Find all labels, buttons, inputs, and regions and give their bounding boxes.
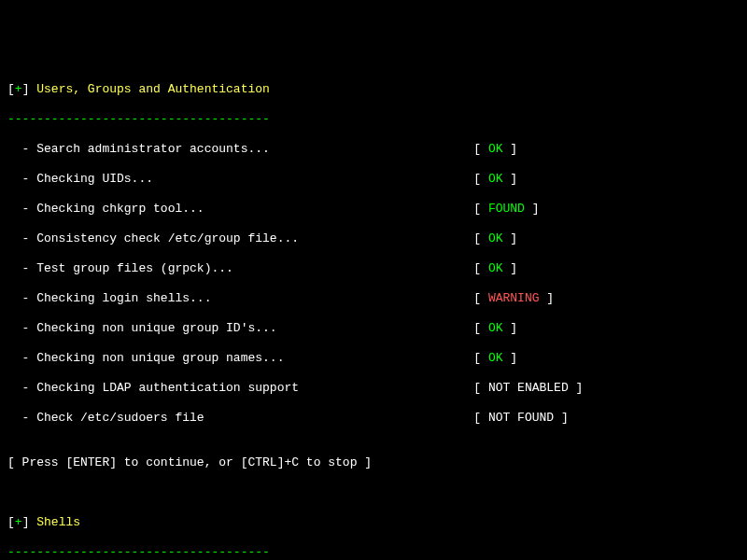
status-bracket-open: [ xyxy=(473,172,488,186)
section-bracket-close: ] xyxy=(22,515,37,529)
check-label: - Checking chkgrp tool... xyxy=(7,202,473,216)
status-value: NOT FOUND xyxy=(488,411,554,425)
divider-dashes: ------------------------------------ xyxy=(7,545,270,559)
section-title: Users, Groups and Authentication xyxy=(36,82,270,96)
status-bracket-open: [ xyxy=(473,351,488,365)
check-item: - Consistency check /etc/group file... [… xyxy=(7,231,740,246)
section-divider: ------------------------------------ xyxy=(7,545,740,560)
check-item: - Checking chkgrp tool... [ FOUND ] xyxy=(7,202,740,217)
section-divider: ------------------------------------ xyxy=(7,112,740,127)
section-plus-icon: + xyxy=(15,515,22,529)
check-label: - Checking UIDs... xyxy=(7,172,473,186)
status-bracket-close: ] xyxy=(540,291,555,305)
section-bracket-open: [ xyxy=(7,82,15,96)
status-value: NOT ENABLED xyxy=(488,381,569,395)
status-value: OK xyxy=(488,142,503,156)
check-label: - Checking login shells... xyxy=(7,291,473,305)
status-bracket-close: ] xyxy=(554,411,569,425)
status-bracket-close: ] xyxy=(503,231,518,245)
check-item: - Checking non unique group ID's... [ OK… xyxy=(7,321,740,336)
status-bracket-close: ] xyxy=(503,351,518,365)
divider-dashes: ------------------------------------ xyxy=(7,112,270,126)
status-value: OK xyxy=(488,351,503,365)
status-bracket-open: [ xyxy=(473,321,488,335)
status-value: OK xyxy=(488,261,503,275)
section-title: Shells xyxy=(36,515,80,529)
check-item: - Checking UIDs... [ OK ] xyxy=(7,172,740,187)
status-value: OK xyxy=(488,321,503,335)
status-bracket-open: [ xyxy=(473,202,488,216)
status-bracket-open: [ xyxy=(473,231,488,245)
check-item: - Check /etc/sudoers file [ NOT FOUND ] xyxy=(7,411,740,426)
continue-prompt[interactable]: [ Press [ENTER] to continue, or [CTRL]+C… xyxy=(7,455,740,470)
section-header: [+] Shells xyxy=(7,515,740,530)
status-bracket-open: [ xyxy=(473,381,488,395)
section-bracket-open: [ xyxy=(7,515,15,529)
check-label: - Checking LDAP authentication support xyxy=(7,381,473,395)
status-bracket-close: ] xyxy=(569,381,584,395)
check-item: - Test group files (grpck)... [ OK ] xyxy=(7,261,740,276)
check-label: - Checking non unique group ID's... xyxy=(7,321,473,335)
status-bracket-close: ] xyxy=(503,261,518,275)
check-label: - Consistency check /etc/group file... xyxy=(7,231,473,245)
terminal-output: [+] Users, Groups and Authentication ---… xyxy=(0,45,747,560)
check-label: - Check /etc/sudoers file xyxy=(7,411,473,425)
check-item: - Search administrator accounts... [ OK … xyxy=(7,142,740,157)
check-label: - Test group files (grpck)... xyxy=(7,261,473,275)
check-label: - Search administrator accounts... xyxy=(7,142,473,156)
check-item: - Checking login shells... [ WARNING ] xyxy=(7,291,740,306)
status-value: OK xyxy=(488,172,503,186)
section-plus-icon: + xyxy=(15,82,22,96)
check-item: - Checking LDAP authentication support [… xyxy=(7,381,740,396)
status-bracket-close: ] xyxy=(503,321,518,335)
status-bracket-close: ] xyxy=(503,172,518,186)
status-value: FOUND xyxy=(488,202,525,216)
status-value: WARNING xyxy=(488,291,540,305)
check-label: - Checking non unique group names... xyxy=(7,351,473,365)
status-value: OK xyxy=(488,231,503,245)
section-header: [+] Users, Groups and Authentication xyxy=(7,82,740,97)
status-bracket-open: [ xyxy=(473,142,488,156)
status-bracket-open: [ xyxy=(473,411,488,425)
status-bracket-close: ] xyxy=(525,202,540,216)
status-bracket-close: ] xyxy=(503,142,518,156)
check-item: - Checking non unique group names... [ O… xyxy=(7,351,740,366)
status-bracket-open: [ xyxy=(473,291,488,305)
section-bracket-close: ] xyxy=(22,82,37,96)
status-bracket-open: [ xyxy=(473,261,488,275)
